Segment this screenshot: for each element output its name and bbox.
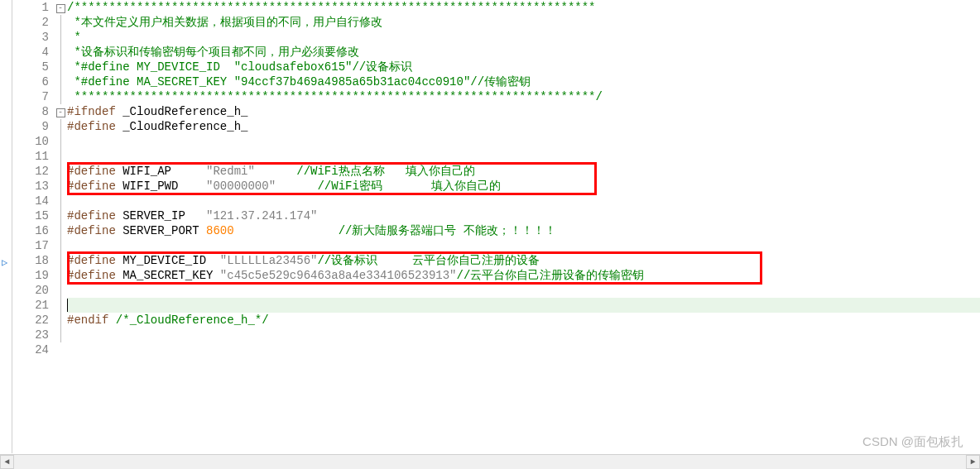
fold-guide bbox=[60, 149, 61, 164]
fold-guide bbox=[60, 30, 61, 45]
fold-guide bbox=[60, 208, 61, 223]
code-line[interactable]: /***************************************… bbox=[67, 0, 980, 15]
line-number: 9 bbox=[12, 119, 49, 134]
line-number: 14 bbox=[12, 194, 49, 208]
fold-guide bbox=[60, 194, 61, 208]
code-line[interactable]: #ifndef _CloudReference_h_ bbox=[67, 104, 980, 119]
fold-guide bbox=[60, 253, 61, 268]
line-number: 22 bbox=[12, 313, 49, 328]
code-line[interactable]: *#define MY_DEVICE_ID "cloudsafebox615"/… bbox=[67, 60, 980, 74]
line-number: 11 bbox=[12, 149, 49, 164]
code-line[interactable]: #define _CloudReference_h_ bbox=[67, 119, 980, 134]
line-number: 21 bbox=[12, 298, 49, 313]
code-token bbox=[108, 313, 115, 327]
code-token: #define bbox=[67, 209, 116, 223]
line-number: 17 bbox=[12, 238, 49, 253]
code-line[interactable] bbox=[67, 298, 980, 313]
code-token: "LLLLLLa23456" bbox=[220, 254, 318, 267]
code-line[interactable]: ****************************************… bbox=[67, 89, 980, 104]
line-number: 5 bbox=[12, 60, 49, 74]
code-token: #define bbox=[67, 254, 116, 267]
code-token: * bbox=[67, 31, 81, 44]
line-number: 12 bbox=[12, 164, 49, 179]
code-token: //设备标识 云平台你自己注册的设备 bbox=[317, 254, 540, 267]
line-number: 7 bbox=[12, 89, 49, 104]
code-token bbox=[276, 179, 317, 193]
fold-minus-icon[interactable]: - bbox=[56, 4, 65, 13]
line-number: 2 bbox=[12, 15, 49, 30]
code-token: #define bbox=[67, 224, 116, 237]
fold-guide bbox=[60, 298, 61, 313]
code-line[interactable] bbox=[67, 149, 980, 164]
code-editor[interactable]: ▷ 12345678910111213141516171819202122232… bbox=[0, 0, 980, 453]
fold-guide bbox=[60, 268, 61, 283]
line-number: 6 bbox=[12, 74, 49, 89]
code-token: *设备标识和传输密钥每个项目都不同，用户必须要修改 bbox=[67, 45, 359, 59]
fold-guide bbox=[60, 74, 61, 89]
code-area[interactable]: /***************************************… bbox=[67, 0, 980, 453]
code-token: //WiFi热点名称 填入你自己的 bbox=[296, 165, 475, 178]
scroll-left-button[interactable]: ◄ bbox=[0, 455, 14, 469]
code-token: /***************************************… bbox=[67, 1, 596, 14]
code-line[interactable] bbox=[67, 283, 980, 298]
line-number: 15 bbox=[12, 208, 49, 223]
code-line[interactable]: #define MY_DEVICE_ID "LLLLLLa23456"//设备标… bbox=[67, 253, 980, 268]
code-token: //WiFi密码 填入你自己的 bbox=[317, 179, 500, 193]
line-number: 1 bbox=[12, 0, 49, 15]
code-line[interactable]: #endif /*_CloudReference_h_*/ bbox=[67, 313, 980, 328]
code-line[interactable] bbox=[67, 194, 980, 208]
fold-gutter[interactable]: -- bbox=[54, 0, 67, 453]
code-line[interactable] bbox=[67, 238, 980, 253]
code-token: WIFI_AP bbox=[116, 165, 206, 178]
code-line[interactable]: #define WIFI_AP "Redmi" //WiFi热点名称 填入你自己… bbox=[67, 164, 980, 179]
code-token: #define bbox=[67, 179, 116, 193]
code-line[interactable]: *本文件定义用户相关数据，根据项目的不同，用户自行修改 bbox=[67, 15, 980, 30]
code-line[interactable] bbox=[67, 342, 980, 357]
fold-guide bbox=[60, 179, 61, 194]
fold-guide bbox=[60, 164, 61, 179]
scroll-right-button[interactable]: ► bbox=[966, 455, 980, 469]
line-number: 16 bbox=[12, 223, 49, 238]
code-line[interactable] bbox=[67, 134, 980, 149]
code-line[interactable]: #define MA_SECRET_KEY "c45c5e529c96463a8… bbox=[67, 268, 980, 283]
code-token: "121.37.241.174" bbox=[206, 209, 317, 223]
line-number: 20 bbox=[12, 283, 49, 298]
code-line[interactable] bbox=[67, 328, 980, 342]
code-token: "00000000" bbox=[206, 179, 276, 193]
code-token: #endif bbox=[67, 313, 108, 327]
code-token: *本文件定义用户相关数据，根据项目的不同，用户自行修改 bbox=[67, 16, 382, 29]
fold-guide bbox=[60, 313, 61, 328]
code-line[interactable]: #define SERVER_IP "121.37.241.174" bbox=[67, 208, 980, 223]
text-cursor bbox=[67, 299, 68, 312]
code-line[interactable]: * bbox=[67, 30, 980, 45]
code-line[interactable]: #define SERVER_PORT 8600 //新大陆服务器端口号 不能改… bbox=[67, 223, 980, 238]
code-token: #ifndef bbox=[67, 105, 116, 118]
line-number: 13 bbox=[12, 179, 49, 194]
code-token: #define bbox=[67, 165, 116, 178]
code-line[interactable]: *#define MA_SECRET_KEY "94ccf37b469a4985… bbox=[67, 74, 980, 89]
fold-guide bbox=[60, 45, 61, 60]
code-line[interactable]: *设备标识和传输密钥每个项目都不同，用户必须要修改 bbox=[67, 45, 980, 60]
horizontal-scrollbar[interactable]: ◄ ► bbox=[0, 454, 980, 469]
code-token bbox=[255, 165, 296, 178]
code-token: _CloudReference_h_ bbox=[116, 120, 248, 133]
code-token: MY_DEVICE_ID bbox=[116, 254, 220, 267]
code-token: _CloudReference_h_ bbox=[116, 105, 248, 118]
fold-guide bbox=[60, 89, 61, 104]
fold-guide bbox=[60, 328, 61, 342]
fold-guide bbox=[60, 283, 61, 298]
current-line-arrow-icon: ▷ bbox=[2, 256, 7, 270]
bookmark-gutter: ▷ bbox=[0, 0, 12, 453]
line-number: 8 bbox=[12, 104, 49, 119]
code-line[interactable]: #define WIFI_PWD "00000000" //WiFi密码 填入你… bbox=[67, 179, 980, 194]
line-number: 10 bbox=[12, 134, 49, 149]
line-number: 4 bbox=[12, 45, 49, 60]
code-token: SERVER_IP bbox=[116, 209, 206, 223]
fold-guide bbox=[60, 15, 61, 30]
code-token: #define bbox=[67, 120, 116, 133]
line-number: 23 bbox=[12, 328, 49, 342]
line-number: 3 bbox=[12, 30, 49, 45]
fold-minus-icon[interactable]: - bbox=[56, 108, 65, 117]
fold-guide bbox=[60, 119, 61, 134]
scroll-track[interactable] bbox=[14, 455, 966, 469]
